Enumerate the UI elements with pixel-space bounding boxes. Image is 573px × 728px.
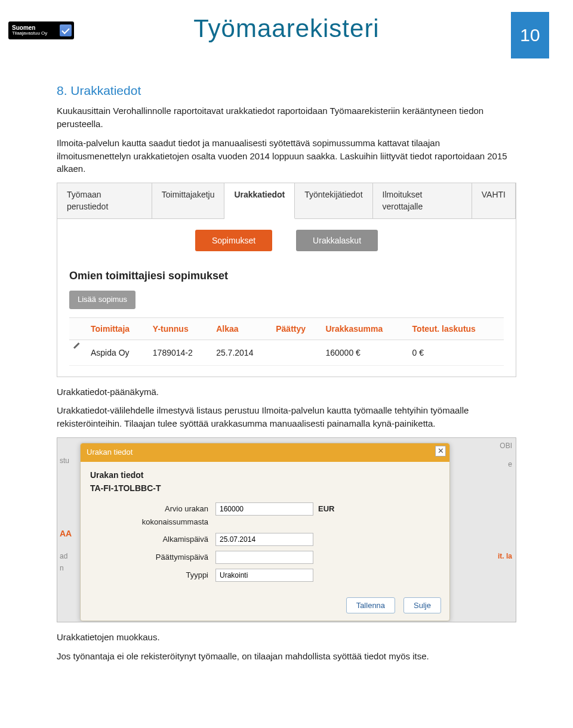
pencil-icon[interactable] bbox=[73, 346, 82, 356]
bg-text-it-la: it. la bbox=[498, 551, 512, 562]
intro-paragraph-1: Kuukausittain Verohallinnolle raportoita… bbox=[57, 104, 516, 131]
input-alkamispaiva[interactable] bbox=[215, 533, 313, 546]
tab-tyontekijatiedot[interactable]: Työntekijätiedot bbox=[295, 183, 372, 218]
tab-vahti[interactable]: VAHTI bbox=[472, 183, 516, 218]
label-alkamispaiva: Alkamispäivä bbox=[90, 534, 215, 545]
col-alkaa: Alkaa bbox=[212, 317, 272, 340]
col-ytunnus: Y-tunnus bbox=[149, 317, 212, 340]
modal-body: Urakan tiedot TA-FI-1TOLBBC-T Arvio urak… bbox=[81, 462, 449, 593]
label-tyyppi: Tyyppi bbox=[90, 570, 215, 581]
bg-text-n: n bbox=[60, 563, 64, 573]
table-header-row: Toimittaja Y-tunnus Alkaa Päättyy Urakka… bbox=[69, 317, 504, 340]
section-heading: 8. Urakkatiedot bbox=[57, 82, 516, 100]
intro-paragraph-2: Ilmoita-palvelun kautta saadut tiedot ja… bbox=[57, 137, 516, 175]
label-arvio-1: Arvio urakan bbox=[90, 504, 215, 515]
cell-alkaa: 25.7.2014 bbox=[212, 340, 272, 365]
document-body: 8. Urakkatiedot Kuukausittain Verohallin… bbox=[0, 53, 573, 686]
sub-tabs: Sopimukset Urakkalaskut bbox=[57, 219, 516, 257]
screenshot-urakan-tiedot-modal: stu AA ad n OBI e it. la Urakan tiedot ✕… bbox=[57, 437, 516, 622]
page-header: Suomen Tilaajavastuu Oy Työmaarekisteri … bbox=[0, 0, 573, 53]
modal-header: Urakan tiedot ✕ bbox=[81, 443, 449, 462]
urakan-tiedot-modal: Urakan tiedot ✕ Urakan tiedot TA-FI-1TOL… bbox=[80, 443, 450, 621]
cell-toteut: 0 € bbox=[409, 340, 504, 365]
page-number-badge: 10 bbox=[511, 12, 549, 58]
bg-text-e: e bbox=[508, 459, 512, 470]
row-tyyppi: Tyyppi bbox=[90, 569, 440, 582]
sopimukset-panel: Omien toimittajiesi sopimukset Lisää sop… bbox=[57, 257, 516, 377]
middle-paragraph: Urakkatiedot-välilehdelle ilmestyvä list… bbox=[57, 404, 516, 430]
contracts-table: Toimittaja Y-tunnus Alkaa Päättyy Urakka… bbox=[69, 317, 504, 366]
final-paragraph: Jos työnantaja ei ole rekisteröitynyt ty… bbox=[57, 650, 516, 663]
col-toimittaja: Toimittaja bbox=[87, 317, 149, 340]
panel-heading: Omien toimittajiesi sopimukset bbox=[69, 268, 504, 283]
logo-check-icon bbox=[60, 24, 72, 36]
unit-eur: EUR bbox=[318, 504, 334, 515]
edit-cell[interactable] bbox=[69, 340, 87, 365]
row-alkamispaiva: Alkamispäivä bbox=[90, 533, 440, 546]
caption-screenshot-1: Urakkatiedot-päänäkymä. bbox=[57, 385, 516, 399]
row-paattymispaiva: Päättymispäivä bbox=[90, 551, 440, 564]
row-arvio-1: Arvio urakan EUR bbox=[90, 502, 440, 516]
input-arvio-summa[interactable] bbox=[215, 502, 313, 516]
col-toteut-laskutus: Toteut. laskutus bbox=[409, 317, 504, 340]
col-urakkasumma: Urakkasumma bbox=[322, 317, 408, 340]
table-row: Aspida Oy 1789014-2 25.7.2014 160000 € 0… bbox=[69, 340, 504, 365]
cell-ytunnus: 1789014-2 bbox=[149, 340, 212, 365]
cell-urakkasumma: 160000 € bbox=[322, 340, 408, 365]
save-button[interactable]: Tallenna bbox=[346, 597, 395, 613]
document-title: Työmaarekisteri bbox=[0, 11, 573, 47]
col-paattyy: Päättyy bbox=[272, 317, 322, 340]
bg-text-stu: stu bbox=[60, 456, 69, 466]
tab-toimittajaketju[interactable]: Toimittajaketju bbox=[152, 183, 225, 218]
modal-contract-id: TA-FI-1TOLBBC-T bbox=[90, 482, 440, 494]
label-paattymispaiva: Päättymispäivä bbox=[90, 552, 215, 563]
modal-close-button[interactable]: ✕ bbox=[435, 446, 446, 456]
brand-logo: Suomen Tilaajavastuu Oy bbox=[8, 21, 74, 39]
caption-screenshot-2: Urakkatietojen muokkaus. bbox=[57, 631, 516, 644]
close-button[interactable]: Sulje bbox=[403, 597, 441, 613]
screenshot-urakkatiedot-main: Työmaan perustiedot Toimittajaketju Urak… bbox=[57, 183, 516, 377]
modal-heading: Urakan tiedot bbox=[90, 469, 440, 481]
subtab-urakkalaskut[interactable]: Urakkalaskut bbox=[296, 230, 378, 251]
cell-toimittaja: Aspida Oy bbox=[87, 340, 149, 365]
bg-text-aa: AA bbox=[60, 528, 72, 539]
subtab-sopimukset[interactable]: Sopimukset bbox=[195, 230, 272, 251]
main-tabs: Työmaan perustiedot Toimittajaketju Urak… bbox=[57, 183, 516, 219]
tab-urakkatiedot[interactable]: Urakkatiedot bbox=[224, 183, 295, 219]
row-arvio-2: kokonaissummasta bbox=[90, 517, 440, 528]
select-tyyppi[interactable] bbox=[215, 569, 313, 582]
label-arvio-2: kokonaissummasta bbox=[90, 517, 215, 528]
tab-tyomaan-perustiedot[interactable]: Työmaan perustiedot bbox=[57, 183, 152, 218]
modal-title: Urakan tiedot bbox=[87, 448, 133, 456]
modal-footer: Tallenna Sulje bbox=[81, 593, 449, 621]
input-paattymispaiva[interactable] bbox=[215, 551, 313, 564]
add-contract-button[interactable]: Lisää sopimus bbox=[69, 291, 135, 309]
bg-text-ad: ad bbox=[60, 551, 67, 562]
bg-text-obi: OBI bbox=[500, 441, 512, 451]
cell-paattyy bbox=[272, 340, 322, 365]
tab-ilmoitukset-verottajalle[interactable]: Ilmoitukset verottajalle bbox=[373, 183, 472, 218]
col-edit bbox=[69, 317, 87, 340]
